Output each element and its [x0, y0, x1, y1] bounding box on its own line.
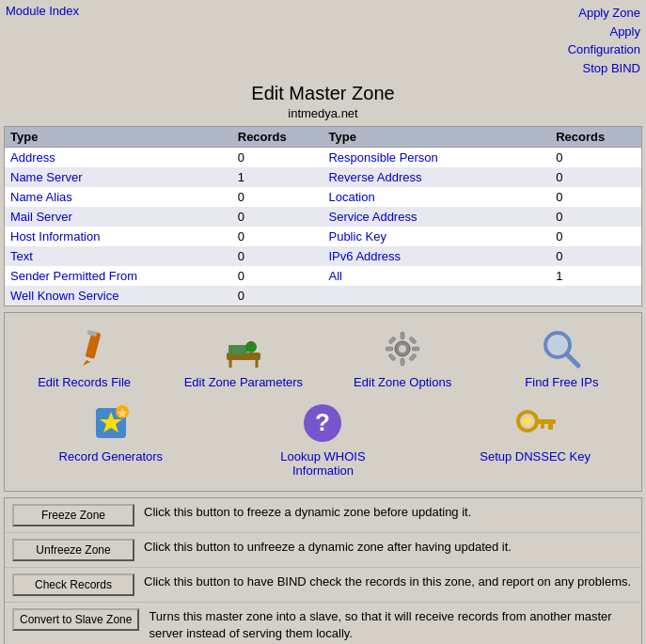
convert-slave-row: Convert to Slave ZoneTurns this master z… — [5, 603, 641, 644]
record-type-link[interactable]: Service Address — [328, 210, 417, 224]
convert-slave-button[interactable]: Convert to Slave Zone — [12, 608, 139, 631]
top-right-nav: Apply Zone Apply Configuration Stop BIND — [568, 4, 640, 77]
left-records-header: Records — [232, 127, 323, 148]
table-row: 0 — [550, 227, 641, 246]
module-index-link[interactable]: Module Index — [6, 4, 79, 18]
record-type-link[interactable]: IPv6 Address — [328, 249, 401, 263]
icons-grid: Edit Records File Edit Zone Parameters E… — [5, 321, 641, 483]
module-index-anchor[interactable]: Module Index — [6, 4, 79, 18]
configuration-link[interactable]: Configuration — [568, 40, 640, 59]
lookup-whois-link[interactable]: Lookup WHOIS Information — [250, 449, 396, 478]
record-type-link[interactable]: Host Information — [10, 229, 100, 243]
record-type-link[interactable]: Text — [10, 249, 33, 263]
table-row: Public Key — [323, 227, 550, 246]
check-records-button[interactable]: Check Records — [12, 573, 134, 596]
table-row: 0 — [550, 187, 641, 207]
svg-rect-16 — [409, 337, 417, 344]
record-type-link[interactable]: Mail Server — [10, 210, 72, 224]
table-row: Name Server — [5, 167, 232, 187]
svg-rect-4 — [228, 345, 247, 354]
magnifier-icon — [539, 326, 584, 371]
table-row: Text — [5, 246, 232, 266]
unfreeze-zone-desc: Click this button to unfreeze a dynamic … — [144, 539, 512, 556]
apply-link[interactable]: Apply — [568, 23, 640, 41]
icons-section: Edit Records File Edit Zone Parameters E… — [4, 312, 642, 492]
svg-rect-15 — [388, 337, 396, 344]
check-records-desc: Click this button to have BIND check the… — [144, 573, 631, 590]
icon-item-setup-dnssec[interactable]: Setup DNSSEC Key — [463, 395, 608, 483]
table-row: Well Known Service — [5, 286, 232, 306]
question-icon: ? — [300, 401, 345, 446]
right-records-header: Records — [550, 127, 641, 148]
table-row: Host Information — [5, 227, 232, 246]
table-row: Address — [5, 148, 232, 168]
unfreeze-zone-button[interactable]: Unfreeze Zone — [12, 539, 134, 561]
svg-text:?: ? — [316, 408, 331, 436]
star-icon — [88, 401, 134, 446]
svg-rect-31 — [548, 424, 553, 430]
svg-point-20 — [549, 337, 566, 353]
record-type-link[interactable]: Address — [10, 150, 55, 165]
setup-dnssec-link[interactable]: Setup DNSSEC Key — [480, 449, 591, 463]
table-row: 0 — [232, 187, 323, 207]
right-type-header: Type — [323, 127, 550, 148]
icon-item-record-generators[interactable]: Record Generators — [38, 395, 183, 483]
records-section: Type Records Type Records Address0Respon… — [4, 126, 642, 306]
svg-rect-13 — [386, 347, 393, 351]
table-row: 0 — [550, 207, 641, 227]
record-type-link[interactable]: Sender Permitted From — [10, 269, 137, 283]
svg-marker-1 — [83, 360, 90, 366]
table-row: 0 — [232, 266, 323, 286]
stop-bind-link[interactable]: Stop BIND — [568, 59, 640, 78]
record-type-link[interactable]: Public Key — [328, 229, 386, 243]
svg-rect-6 — [249, 341, 253, 347]
record-type-link[interactable]: Name Server — [10, 170, 83, 184]
icon-item-edit-records[interactable]: Edit Records File — [11, 321, 157, 395]
table-row: 0 — [550, 167, 641, 187]
top-nav: Module Index Apply Zone Apply Configurat… — [0, 0, 646, 79]
record-type-link[interactable]: Location — [328, 190, 374, 204]
icon-item-edit-zone-options[interactable]: Edit Zone Options — [330, 321, 476, 395]
icon-item-lookup-whois[interactable]: ? Lookup WHOIS Information — [250, 395, 396, 483]
edit-zone-options-link[interactable]: Edit Zone Options — [354, 375, 451, 389]
left-type-header: Type — [5, 127, 232, 148]
table-row: Name Alias — [5, 187, 232, 207]
pencil-icon — [62, 326, 107, 371]
svg-point-10 — [399, 345, 406, 353]
table-row: 1 — [232, 167, 323, 187]
table-row: Reverse Address — [323, 167, 550, 187]
table-row: Sender Permitted From — [5, 266, 232, 286]
freeze-zone-row: Freeze ZoneClick this button to freeze a… — [5, 498, 641, 533]
table-row: IPv6 Address — [323, 246, 550, 266]
icon-item-edit-zone-params[interactable]: Edit Zone Parameters — [170, 321, 316, 395]
svg-rect-17 — [388, 353, 396, 361]
record-type-link[interactable]: All — [328, 269, 341, 283]
find-free-ips-link[interactable]: Find Free IPs — [525, 375, 598, 389]
record-type-link[interactable]: Name Alias — [10, 190, 72, 204]
records-table: Type Records Type Records Address0Respon… — [5, 127, 641, 306]
edit-records-link[interactable]: Edit Records File — [38, 375, 131, 389]
record-type-link[interactable]: Reverse Address — [328, 170, 421, 184]
convert-slave-desc: Turns this master zone into a slave, so … — [149, 608, 634, 642]
table-row: Mail Server — [5, 207, 232, 227]
table-row: Service Address — [323, 207, 550, 227]
svg-rect-14 — [412, 347, 419, 351]
table-row: Responsible Person — [323, 148, 550, 168]
unfreeze-zone-row: Unfreeze ZoneClick this button to unfree… — [5, 533, 641, 568]
buttons-section: Freeze ZoneClick this button to freeze a… — [4, 497, 642, 644]
apply-zone-link[interactable]: Apply Zone — [568, 4, 640, 23]
record-type-link[interactable]: Responsible Person — [328, 150, 437, 165]
record-type-link[interactable]: Well Known Service — [10, 289, 118, 303]
edit-zone-params-link[interactable]: Edit Zone Parameters — [184, 375, 303, 389]
table-row: 0 — [232, 207, 323, 227]
freeze-zone-button[interactable]: Freeze Zone — [12, 504, 134, 526]
table-row: 0 — [232, 246, 323, 266]
table-row: 0 — [232, 227, 323, 246]
record-generators-link[interactable]: Record Generators — [59, 449, 164, 463]
table-row: 0 — [550, 148, 641, 168]
gear-icon — [380, 326, 425, 371]
svg-rect-30 — [535, 419, 556, 424]
icon-item-find-free-ips[interactable]: Find Free IPs — [489, 321, 635, 395]
svg-rect-18 — [409, 353, 417, 361]
table-row: 0 — [232, 148, 323, 168]
